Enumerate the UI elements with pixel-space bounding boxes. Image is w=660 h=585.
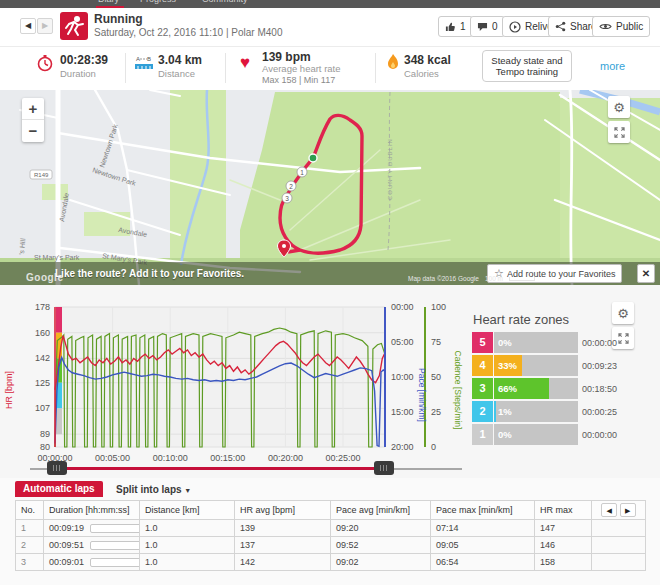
visibility-button[interactable]: Public: [592, 16, 650, 37]
zone-bar-track: 0%: [494, 332, 578, 353]
zone-percent: 33%: [498, 360, 517, 371]
topnav-item-1[interactable]: Diary: [98, 0, 119, 4]
lap-row-3[interactable]: 3 00:09:01 1.0 142 09:02 06:54 158: [16, 554, 646, 571]
lap-row-2[interactable]: 2 00:09:51 1.0 137 09:52 09:05 146: [16, 537, 646, 554]
svg-text:25: 25: [431, 407, 441, 417]
svg-text:142: 142: [35, 353, 50, 363]
calories-label: Calories: [404, 68, 439, 79]
avg-hr-value: 139 bpm: [262, 50, 311, 64]
scrubber-selected-range: [57, 467, 384, 470]
topnav-item-3[interactable]: Community: [202, 0, 248, 4]
exercise-chart[interactable]: 178 160 142 125 107 89 80 HR [bpm] 00:00…: [0, 290, 470, 468]
eye-icon: [599, 22, 612, 31]
tab-automatic-laps[interactable]: Automatic laps: [15, 481, 103, 497]
duration-label: Duration: [60, 68, 96, 79]
svg-text:B: B: [147, 56, 151, 62]
hr-axis-label: HR [bpm]: [4, 371, 14, 409]
divider: [225, 53, 226, 83]
svg-text:178: 178: [35, 302, 50, 312]
svg-text:1: 1: [300, 169, 304, 176]
divider: [125, 53, 126, 83]
col-no: No.: [16, 501, 44, 520]
zone-time: 00:00:25: [582, 407, 617, 417]
visibility-label: Public: [616, 21, 643, 32]
activity-title: Running: [94, 12, 143, 26]
svg-text:160: 160: [35, 328, 50, 338]
zoom-in-button[interactable]: +: [22, 98, 44, 120]
topnav-item-2[interactable]: Progress: [140, 0, 176, 4]
svg-text:05:00: 05:00: [391, 337, 414, 347]
distance-icon: AB: [134, 55, 154, 71]
google-logo: Google: [26, 272, 63, 283]
comment-count: 0: [492, 21, 498, 32]
tab-split-into-laps[interactable]: Split into laps ▼: [116, 484, 191, 495]
table-next-button[interactable]: ▶: [620, 503, 636, 517]
heart-rate-zones-title: Heart rate zones: [473, 312, 569, 327]
zone-percent: 1%: [498, 406, 512, 417]
like-button[interactable]: 1: [438, 16, 473, 37]
banner-close-button[interactable]: ✕: [637, 264, 655, 283]
activity-subtitle: Saturday, Oct 22, 2016 11:10 | Polar M40…: [94, 27, 282, 38]
svg-text:St Mary's Park: St Mary's Park: [34, 254, 80, 262]
col-duration: Duration [hh:mm:ss]: [44, 501, 140, 520]
summary-stats-bar: 00:28:39 Duration AB 3.04 km Distance ♥ …: [0, 46, 660, 90]
divider: [375, 53, 376, 83]
gear-icon: ⚙: [617, 306, 629, 321]
next-exercise-button[interactable]: ▶: [37, 18, 53, 34]
map-settings-button[interactable]: ⚙: [608, 96, 630, 118]
svg-text:75: 75: [431, 337, 441, 347]
hr-zone-row-3: 3 66% 00:18:50: [472, 378, 660, 399]
laps-header-row: No. Duration [hh:mm:ss] Distance [km] HR…: [16, 501, 646, 520]
svg-text:50: 50: [431, 372, 441, 382]
prev-exercise-button[interactable]: ◀: [20, 18, 36, 34]
chart-range-scrubber[interactable]: [0, 460, 660, 478]
hr-zone-row-1: 1 0% 00:00:00: [472, 424, 660, 445]
top-nav-bar: Diary Progress Community: [0, 0, 660, 8]
zone-number: 4: [472, 355, 493, 376]
duration-value: 00:28:39: [60, 53, 108, 67]
chart-settings-button[interactable]: ⚙: [612, 302, 634, 324]
more-link[interactable]: more: [600, 60, 625, 72]
calories-icon: [386, 53, 400, 71]
training-benefit-button[interactable]: Steady state and Tempo training: [482, 50, 572, 82]
lap-row-1[interactable]: 1 00:09:19 1.0 139 09:20 07:14 147: [16, 520, 646, 537]
col-hr-max: HR max: [535, 501, 592, 520]
zone-number: 3: [472, 378, 493, 399]
svg-text:20:00: 20:00: [391, 442, 414, 452]
zone-number: 1: [472, 424, 493, 445]
svg-text:A: A: [136, 56, 140, 62]
zoom-out-button[interactable]: −: [22, 120, 44, 142]
duration-bar: [90, 558, 139, 567]
svg-text:R149: R149: [34, 172, 49, 178]
svg-text:3: 3: [285, 195, 289, 202]
cadence-axis-ticks: 100 75 50 25 0: [431, 302, 446, 452]
svg-text:00:00: 00:00: [391, 302, 414, 312]
svg-text:'s Hill: 's Hill: [18, 238, 26, 255]
svg-text:89: 89: [40, 429, 50, 439]
map-expand-button[interactable]: [608, 121, 630, 143]
thumb-up-icon: [445, 21, 456, 32]
svg-text:COUNTY DUBLIN: COUNTY DUBLIN: [387, 138, 393, 200]
zone-strip-segment: [56, 408, 62, 434]
table-prev-button[interactable]: ◀: [601, 503, 617, 517]
exercise-header: ◀ ▶ Running Saturday, Oct 22, 2016 11:10…: [0, 8, 660, 46]
map-canvas: Newtown Park Newtown Park Avondale Avond…: [0, 90, 660, 285]
route-start-marker: [309, 154, 317, 162]
zone-bar-track: 33%: [494, 355, 578, 376]
scrubber-left-handle[interactable]: [47, 461, 67, 475]
scrubber-right-handle[interactable]: [374, 461, 394, 475]
zone-bar-track: 0%: [494, 424, 578, 445]
zone-time: 00:00:00: [582, 338, 617, 348]
hr-zone-row-5: 5 0% 00:00:00: [472, 332, 660, 353]
route-map[interactable]: Newtown Park Newtown Park Avondale Avond…: [0, 90, 660, 285]
map-attribution: Map data ©2016 Google 100 m: [408, 275, 535, 282]
analysis-section: 178 160 142 125 107 89 80 HR [bpm] 00:00…: [0, 285, 660, 481]
laps-table: No. Duration [hh:mm:ss] Distance [km] HR…: [15, 500, 646, 571]
comment-icon: [477, 22, 488, 32]
hr-axis-ticks: 178 160 142 125 107 89 80: [35, 302, 50, 452]
road-badge: R149: [30, 170, 52, 179]
pace-axis-ticks: 00:00 05:00 10:00 15:00 20:00: [391, 302, 414, 452]
heart-icon: ♥: [240, 53, 250, 73]
zone-number: 2: [472, 401, 493, 422]
comment-button[interactable]: 0: [470, 16, 505, 37]
